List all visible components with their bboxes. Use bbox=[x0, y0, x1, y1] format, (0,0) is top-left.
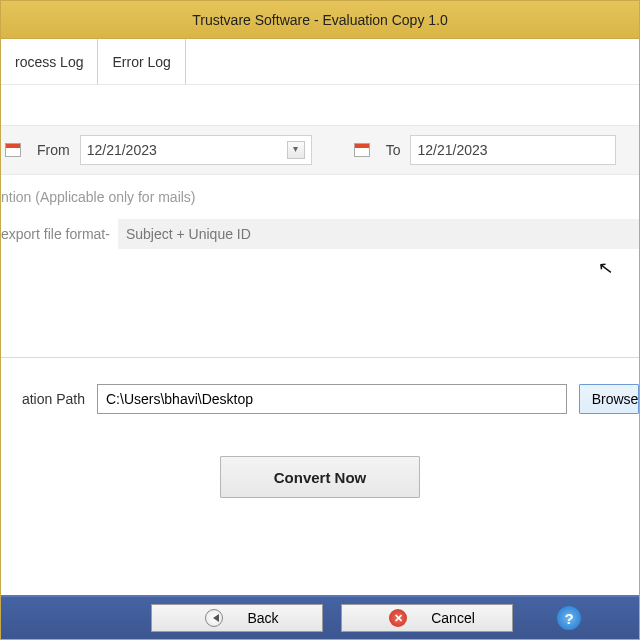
tab-process-log[interactable]: rocess Log bbox=[1, 39, 98, 84]
browse-button-label: Browse bbox=[592, 391, 639, 407]
cancel-button[interactable]: ✕ Cancel bbox=[341, 604, 513, 632]
convert-row: Convert Now bbox=[1, 438, 639, 498]
app-window: Trustvare Software - Evaluation Copy 1.0… bbox=[0, 0, 640, 640]
calendar-icon bbox=[354, 143, 370, 157]
back-button[interactable]: Back bbox=[151, 604, 323, 632]
destination-path-input[interactable] bbox=[97, 384, 567, 414]
convert-now-button[interactable]: Convert Now bbox=[220, 456, 420, 498]
help-button[interactable]: ? bbox=[557, 606, 581, 630]
to-date-value: 12/21/2023 bbox=[417, 142, 487, 158]
browse-button[interactable]: Browse bbox=[579, 384, 639, 414]
format-label: export file format- bbox=[1, 226, 110, 242]
chevron-down-icon[interactable]: ▾ bbox=[287, 141, 305, 159]
to-date-field[interactable]: 12/21/2023 bbox=[410, 135, 616, 165]
window-title: Trustvare Software - Evaluation Copy 1.0 bbox=[192, 12, 448, 28]
note-text: ntion (Applicable only for mails) bbox=[1, 175, 639, 215]
convert-now-label: Convert Now bbox=[274, 469, 367, 486]
format-value: Subject + Unique ID bbox=[126, 226, 251, 242]
help-icon: ? bbox=[564, 610, 573, 627]
tab-error-log-label: Error Log bbox=[112, 54, 170, 70]
format-dropdown[interactable]: Subject + Unique ID bbox=[118, 219, 639, 249]
destination-label: ation Path bbox=[0, 391, 85, 407]
tab-process-log-label: rocess Log bbox=[15, 54, 83, 70]
to-label: To bbox=[386, 142, 401, 158]
arrow-left-icon bbox=[205, 609, 223, 627]
footer-bar: Back ✕ Cancel ? bbox=[1, 595, 639, 639]
date-filter-row: From 12/21/2023 ▾ To 12/21/2023 bbox=[1, 125, 639, 175]
back-button-label: Back bbox=[247, 610, 278, 626]
tab-bar: rocess Log Error Log bbox=[1, 39, 639, 85]
close-icon: ✕ bbox=[389, 609, 407, 627]
from-label: From bbox=[37, 142, 70, 158]
destination-row: ation Path Browse bbox=[1, 358, 639, 438]
tab-error-log[interactable]: Error Log bbox=[98, 39, 185, 84]
spacer bbox=[1, 85, 639, 125]
from-date-field[interactable]: 12/21/2023 ▾ bbox=[80, 135, 312, 165]
title-bar: Trustvare Software - Evaluation Copy 1.0 bbox=[1, 1, 639, 39]
cancel-button-label: Cancel bbox=[431, 610, 475, 626]
calendar-icon bbox=[5, 143, 21, 157]
from-date-value: 12/21/2023 bbox=[87, 142, 157, 158]
format-row: export file format- Subject + Unique ID bbox=[1, 215, 639, 265]
